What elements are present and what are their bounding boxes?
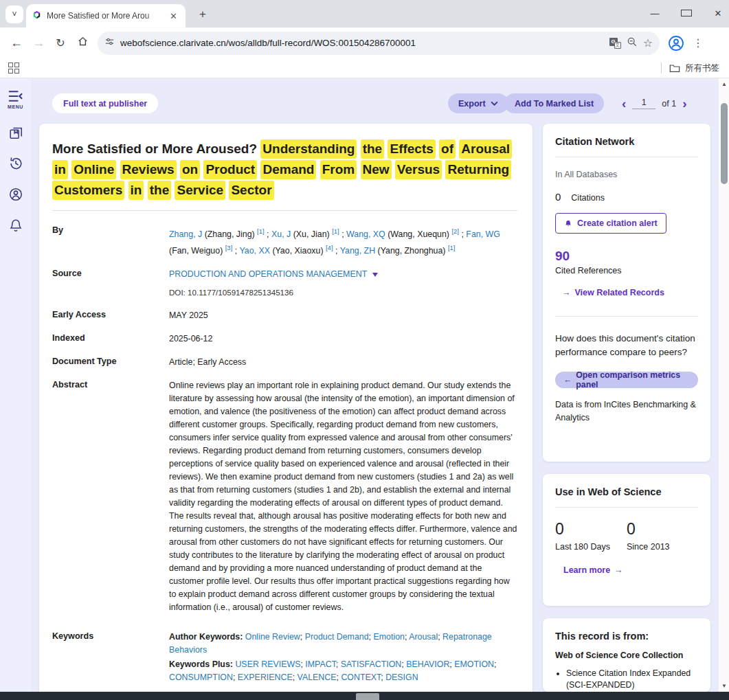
sidebar-alerts-button[interactable] <box>8 218 23 233</box>
bookmark-star-icon[interactable]: ☆ <box>643 36 653 49</box>
author-link[interactable]: Wang, XQ <box>346 229 385 239</box>
cited-references-count: 90 <box>555 249 698 264</box>
site-info-icon[interactable] <box>104 36 115 49</box>
back-button[interactable]: ← <box>5 36 27 50</box>
keywords-plus-link[interactable]: VALENCE <box>298 673 337 682</box>
scroll-up-icon[interactable]: ▲ <box>719 81 729 87</box>
export-button[interactable]: Export <box>448 93 508 113</box>
url-text[interactable]: webofscience.clarivate.cn/wos/alldb/full… <box>120 38 604 48</box>
chevron-down-icon: ˅ <box>12 10 16 19</box>
profile-avatar-icon[interactable] <box>668 35 684 52</box>
page-number-input[interactable] <box>632 98 655 109</box>
keywords-plus-link[interactable]: BEHAVIOR <box>406 659 449 669</box>
author-keyword-link[interactable]: Product Demand <box>305 632 369 642</box>
sidebar-history-button[interactable] <box>8 156 23 171</box>
author-link[interactable]: Yao, XX <box>239 246 270 256</box>
forward-button[interactable]: → <box>27 36 49 50</box>
prev-record-icon[interactable]: ‹ <box>622 97 626 110</box>
author-link[interactable]: Xu, J <box>271 229 291 239</box>
scroll-down-icon[interactable]: ▼ <box>719 683 729 689</box>
author-affiliation-ref[interactable]: [4] <box>326 244 333 251</box>
highlighted-word: Online <box>71 160 116 179</box>
authors-row: By Zhang, J (Zhang, Jing) [1] ; Xu, J (X… <box>52 225 517 258</box>
author-affiliation-ref[interactable]: [1] <box>332 227 339 235</box>
history-clock-icon <box>8 156 23 171</box>
document-type-row: Document Type Article; Early Access <box>52 356 517 369</box>
home-button[interactable] <box>71 36 93 51</box>
highlighted-word: Arousal <box>459 139 512 159</box>
sidebar-menu-button[interactable]: MENU <box>8 89 23 109</box>
author-link[interactable]: Fan, WG <box>466 229 500 239</box>
source-dropdown-icon[interactable] <box>372 273 378 277</box>
address-bar[interactable]: webofscience.clarivate.cn/wos/alldb/full… <box>98 32 660 55</box>
keywords-plus-link[interactable]: CONTEXT <box>341 673 381 682</box>
new-tab-button[interactable]: + <box>195 7 210 22</box>
zoom-out-icon[interactable] <box>627 36 638 50</box>
keywords-plus-link[interactable]: CONSUMPTION <box>169 673 233 682</box>
article-title: More Satisfied or More Aroused? Understa… <box>52 139 521 201</box>
full-text-button[interactable]: Full text at publisher <box>52 93 158 113</box>
keywords-plus-link[interactable]: DESIGN <box>385 673 418 682</box>
view-related-records-link[interactable]: → View Related Records <box>562 288 664 297</box>
tab-close-icon[interactable]: ✕ <box>167 10 180 23</box>
abstract-text: Online reviews play an important role in… <box>169 379 517 614</box>
arrow-right-icon: → <box>614 565 623 575</box>
apps-grid-icon[interactable] <box>8 63 19 74</box>
tab-search-button[interactable]: ˅ <box>5 5 23 23</box>
keywords-plus-link[interactable]: USER REVIEWS <box>235 659 300 669</box>
sidebar-profile-button[interactable] <box>8 187 23 202</box>
sidebar-marked-list-button[interactable] <box>8 125 23 140</box>
keywords-plus-link[interactable]: IMPACT <box>305 659 336 669</box>
page-of-label: of 1 <box>662 99 676 109</box>
keywords-plus-link[interactable]: EMOTION <box>454 659 494 669</box>
translate-icon[interactable]: G文 <box>609 38 621 49</box>
indexed-row: Indexed 2025-06-12 <box>52 332 517 346</box>
incites-note: Data is from InCites Benchmarking & Anal… <box>555 398 698 425</box>
keywords-plus-link[interactable]: EXPERIENCE <box>238 673 293 682</box>
all-bookmarks-label[interactable]: 所有书签 <box>685 63 719 74</box>
taskbar-icon[interactable] <box>356 693 379 700</box>
author-affiliation-ref[interactable]: [1] <box>257 227 265 235</box>
scrollbar-thumb[interactable] <box>721 103 728 184</box>
author-link[interactable]: Yang, ZH <box>340 246 375 256</box>
source-label: Source <box>52 268 169 299</box>
citations-label: Citations <box>571 193 605 203</box>
close-window-button[interactable]: ✕ <box>713 8 724 19</box>
indexed-label: Indexed <box>52 332 169 346</box>
maximize-button[interactable] <box>681 8 692 19</box>
next-record-icon[interactable]: › <box>682 97 686 110</box>
author-keyword-link[interactable]: Arousal <box>409 632 438 642</box>
wos-page: MENU <box>0 78 729 692</box>
author-keyword-link[interactable]: Online Review <box>245 632 300 642</box>
author-affiliation-ref[interactable]: [3] <box>225 244 233 251</box>
windows-taskbar[interactable] <box>0 692 729 700</box>
early-access-label: Early Access <box>52 309 169 322</box>
highlighted-word: the <box>148 181 172 200</box>
highlighted-word: Effects <box>388 139 435 159</box>
left-sidebar: MENU <box>0 78 31 692</box>
last-180-days-label: Last 180 Days <box>555 542 627 552</box>
full-text-label: Full text at publisher <box>63 99 147 109</box>
reload-button[interactable]: ↻ <box>49 36 71 49</box>
browser-tab[interactable]: More Satisfied or More Arou ✕ <box>26 4 186 27</box>
add-to-marked-list-button[interactable]: Add To Marked List <box>504 93 604 113</box>
early-access-row: Early Access MAY 2025 <box>52 309 517 322</box>
source-title-link[interactable]: PRODUCTION AND OPERATIONS MANAGEMENT <box>169 268 367 281</box>
author-keyword-link[interactable]: Emotion <box>374 632 405 642</box>
page-scrollbar[interactable]: ▲ ▼ <box>718 78 729 692</box>
menu-collapse-icon <box>8 89 23 103</box>
export-label: Export <box>458 99 486 109</box>
record-card: More Satisfied or More Aroused? Understa… <box>39 124 532 692</box>
author-link[interactable]: Zhang, J <box>169 229 202 239</box>
minimize-button[interactable]: — <box>649 8 660 19</box>
learn-more-link[interactable]: Learn more → <box>563 565 623 575</box>
browser-menu-icon[interactable]: ⋮ <box>693 36 704 49</box>
view-related-label: View Related Records <box>575 288 664 297</box>
keywords-plus-link[interactable]: SATISFACTION <box>341 659 402 669</box>
open-comparison-panel-button[interactable]: ← Open comparison metrics panel <box>555 372 698 388</box>
author-affiliation-ref[interactable]: [2] <box>451 227 459 235</box>
author-affiliation-ref[interactable]: [1] <box>448 244 456 251</box>
abstract-label: Abstract <box>52 379 169 614</box>
create-citation-alert-button[interactable]: Create citation alert <box>555 213 666 234</box>
title-divider <box>52 210 517 211</box>
